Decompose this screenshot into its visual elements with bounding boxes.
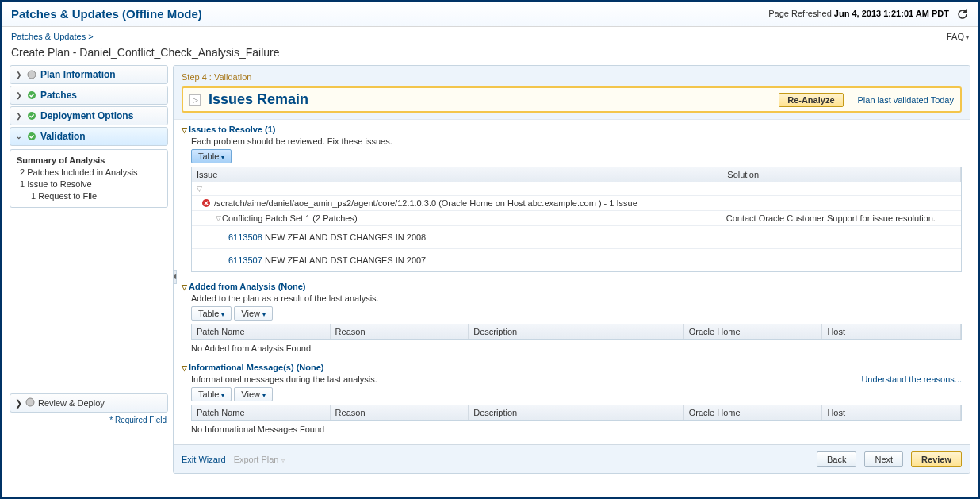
table-menu-button[interactable]: Table▾ [191, 306, 232, 321]
sidebar-item-label: Deployment Options [40, 110, 133, 121]
section-subtext: Added to the plan as a result of the las… [191, 294, 962, 303]
empty-message: No Added from Analysis Found [182, 340, 962, 353]
summary-line: 1 Request to File [17, 190, 161, 202]
chevron-right-icon: ❯ [15, 398, 22, 409]
conflict-set-row[interactable]: ▽ Conflicting Patch Set 1 (2 Patches) Co… [192, 211, 961, 226]
column-header-oracle-home[interactable]: Oracle Home [684, 405, 823, 420]
chevron-down-icon: ▾ [262, 311, 266, 318]
svg-point-2 [28, 112, 36, 120]
summary-line: 2 Patches Included in Analysis [17, 167, 161, 178]
last-validated-label: Plan last validated Today [858, 95, 955, 105]
sidebar-item-label: Review & Deploy [38, 398, 105, 408]
patch-row[interactable]: 6113508 NEW ZEALAND DST CHANGES IN 2008 [192, 226, 961, 249]
faq-label: FAQ [947, 32, 964, 41]
column-header-patch-name[interactable]: Patch Name [192, 324, 331, 339]
column-header-description[interactable]: Description [469, 324, 684, 339]
idle-status-icon [25, 397, 35, 409]
step-label: Step 4 : Validation [182, 72, 962, 82]
error-icon [201, 198, 211, 208]
chevron-down-icon: ▾ [966, 34, 969, 41]
table-menu-button[interactable]: Table▾ [191, 149, 232, 163]
table-menu-button[interactable]: Table▾ [191, 387, 232, 401]
column-header-reason[interactable]: Reason [331, 324, 469, 339]
chevron-down-icon: ▾ [262, 392, 266, 399]
sidebar-item-deployment-options[interactable]: ❯ Deployment Options [10, 106, 168, 125]
breadcrumb: Patches & Updates > [11, 32, 94, 41]
column-header-reason[interactable]: Reason [331, 405, 469, 420]
sidebar-item-label: Patches [40, 90, 77, 101]
chevron-right-icon: ❯ [15, 91, 23, 99]
page-refreshed: Page Refreshed Jun 4, 2013 1:21:01 AM PD… [768, 8, 969, 21]
issues-grid: Issue Solution ▽ [191, 167, 962, 272]
ok-status-icon [26, 90, 37, 101]
section-heading[interactable]: ▽Informational Message(s) (None) [182, 363, 962, 372]
added-from-analysis-section: ▽Added from Analysis (None) Added to the… [182, 282, 962, 353]
summary-line: 1 Issue to Resolve [17, 178, 161, 190]
back-button[interactable]: Back [817, 451, 856, 467]
next-button[interactable]: Next [864, 451, 903, 467]
chevron-down-icon: ▾ [221, 311, 224, 318]
reanalyze-button[interactable]: Re-Analyze [779, 93, 843, 107]
plan-subtitle: Create Plan - Daniel_Conflict_Check_Anal… [2, 41, 978, 65]
column-header-description[interactable]: Description [469, 405, 684, 420]
page-refreshed-label: Page Refreshed [768, 8, 832, 17]
sidebar-item-review-deploy[interactable]: ❯ Review & Deploy [10, 393, 168, 413]
section-subtext: Informational messages during the last a… [191, 374, 962, 384]
patch-desc: NEW ZEALAND DST CHANGES IN 2007 [265, 255, 426, 265]
disclosure-open-icon: ▽ [182, 126, 187, 134]
empty-message: No Informational Messages Found [182, 421, 962, 434]
section-heading[interactable]: ▽Issues to Resolve (1) [182, 125, 962, 134]
sidebar-item-label: Validation [40, 131, 86, 142]
page-title: Patches & Updates (Offline Mode) [11, 7, 202, 21]
exit-wizard-link[interactable]: Exit Wizard [182, 455, 226, 464]
patch-row[interactable]: 6113507 NEW ZEALAND DST CHANGES IN 2007 [192, 249, 961, 271]
svg-point-0 [28, 71, 36, 79]
column-header-oracle-home[interactable]: Oracle Home [684, 324, 823, 339]
chevron-down-icon: ▿ [281, 457, 285, 464]
column-header-patch-name[interactable]: Patch Name [192, 405, 331, 420]
oracle-home-row[interactable]: /scratch/aime/daniel/aoe_amin_ps2/agent/… [192, 196, 961, 211]
column-header-solution[interactable]: Solution [722, 167, 961, 182]
tree-toggle-row[interactable]: ▽ [192, 182, 961, 196]
disclosure-open-icon: ▽ [214, 214, 222, 222]
patch-id-link[interactable]: 6113508 [228, 232, 262, 242]
wizard-sidebar: ❯ Plan Information ❯ Patches ❯ Deploymen… [10, 65, 168, 474]
added-grid: Patch Name Reason Description Oracle Hom… [191, 324, 962, 340]
section-heading[interactable]: ▽Added from Analysis (None) [182, 282, 962, 291]
section-subtext: Each problem should be reviewed. Fix the… [191, 136, 962, 146]
splitter-collapse-icon[interactable]: ◀ [173, 270, 177, 284]
wizard-footer: Exit Wizard Export Plan▿ Back Next Revie… [174, 444, 970, 473]
chevron-down-icon: ⌄ [15, 132, 23, 140]
faq-menu[interactable]: FAQ▾ [947, 32, 969, 41]
content-panel: ◀ Step 4 : Validation ▷ Issues Remain Re… [173, 65, 970, 474]
chevron-right-icon: ❯ [15, 112, 23, 120]
breadcrumb-sep: > [88, 32, 93, 41]
patch-id-link[interactable]: 6113507 [228, 255, 262, 265]
issues-banner: ▷ Issues Remain Re-Analyze Plan last val… [182, 86, 962, 113]
disclosure-open-icon: ▽ [182, 283, 187, 291]
solution-text: Contact Oracle Customer Support for issu… [722, 213, 958, 223]
breadcrumb-link[interactable]: Patches & Updates [11, 32, 86, 41]
column-header-issue[interactable]: Issue [192, 167, 722, 182]
patch-desc: NEW ZEALAND DST CHANGES IN 2008 [265, 232, 426, 242]
top-header: Patches & Updates (Offline Mode) Page Re… [2, 2, 978, 27]
svg-point-3 [28, 132, 36, 140]
column-header-host[interactable]: Host [822, 405, 961, 420]
svg-point-1 [28, 91, 36, 99]
view-menu-button[interactable]: View▾ [234, 387, 273, 401]
ok-status-icon [26, 110, 37, 121]
summary-title: Summary of Analysis [17, 155, 161, 167]
review-button[interactable]: Review [911, 451, 962, 467]
refresh-icon[interactable] [956, 8, 969, 21]
info-grid: Patch Name Reason Description Oracle Hom… [191, 405, 962, 421]
expand-icon[interactable]: ▷ [189, 94, 201, 106]
sidebar-item-validation[interactable]: ⌄ Validation [10, 127, 168, 146]
idle-status-icon [26, 69, 37, 80]
sidebar-item-plan-information[interactable]: ❯ Plan Information [10, 65, 168, 84]
column-header-host[interactable]: Host [822, 324, 961, 339]
page-refreshed-time: Jun 4, 2013 1:21:01 AM PDT [834, 8, 949, 17]
view-menu-button[interactable]: View▾ [234, 306, 273, 321]
sidebar-item-patches[interactable]: ❯ Patches [10, 86, 168, 105]
conflict-set-label: Conflicting Patch Set 1 (2 Patches) [222, 213, 358, 223]
understand-reasons-link[interactable]: Understand the reasons... [861, 374, 962, 384]
